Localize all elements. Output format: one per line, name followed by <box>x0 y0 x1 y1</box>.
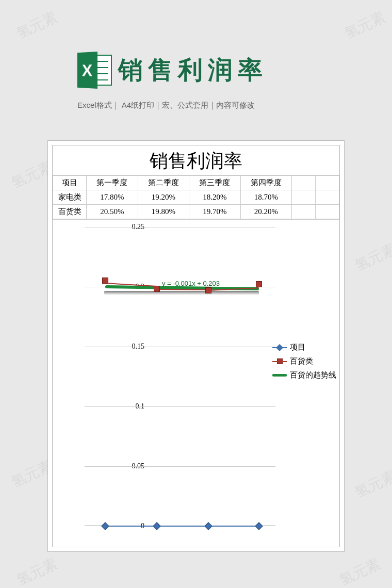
legend-label: 百货的趋势线 <box>290 370 336 380</box>
empty-cell <box>316 176 339 190</box>
data-table: 项目 第一季度 第二季度 第三季度 第四季度 家电类 17.80% 19.20%… <box>53 175 339 219</box>
page-subtitle: Excel格式｜ A4纸打印｜宏、公式套用｜内容可修改 <box>77 101 255 110</box>
col-header: 第一季度 <box>87 176 138 190</box>
series-line <box>105 526 259 527</box>
diamond-icon <box>276 344 283 351</box>
page-title: 销售利润率 <box>118 54 268 87</box>
legend-item: 项目 <box>272 342 336 352</box>
cell: 20.50% <box>87 205 138 219</box>
data-marker <box>255 522 263 530</box>
cell: 19.80% <box>138 205 189 219</box>
cell: 19.70% <box>189 205 241 219</box>
data-marker <box>154 286 160 292</box>
data-marker <box>153 522 161 530</box>
empty-cell <box>292 205 316 219</box>
table-row: 家电类 17.80% 19.20% 18.20% 18.70% <box>53 190 339 205</box>
watermark: 氢元素 <box>352 466 392 502</box>
cell: 17.80% <box>87 190 138 205</box>
plot-area: y = -0.001x + 0.203 <box>85 227 275 526</box>
data-marker <box>101 522 109 530</box>
data-marker <box>204 522 213 530</box>
col-header: 第四季度 <box>240 176 292 190</box>
legend-label: 百货类 <box>290 356 313 366</box>
data-marker <box>102 277 108 284</box>
watermark: 氢元素 <box>341 7 389 43</box>
table-row: 百货类 20.50% 19.80% 19.70% 20.20% <box>53 205 339 219</box>
watermark: 氢元素 <box>336 554 384 588</box>
empty-cell <box>292 176 316 190</box>
sheet-title: 销售利润率 <box>53 145 339 175</box>
page-header: X 销售利润率 <box>75 52 268 89</box>
legend-label: 项目 <box>290 342 305 352</box>
cell: 19.20% <box>138 190 189 205</box>
cell: 18.20% <box>189 190 241 205</box>
row-label: 家电类 <box>53 190 87 205</box>
watermark: 氢元素 <box>13 554 61 588</box>
watermark: 氢元素 <box>13 7 61 43</box>
watermark: 氢元素 <box>352 239 392 275</box>
chart-legend: 项目 百货类 百货的趋势线 <box>272 338 336 384</box>
cell: 18.70% <box>240 190 292 205</box>
data-marker <box>205 287 211 293</box>
col-header: 第三季度 <box>189 176 241 190</box>
chart: 0 0.05 0.1 0.15 0.2 0.25 <box>53 219 339 539</box>
legend-item: 百货的趋势线 <box>272 370 336 380</box>
trend-equation: y = -0.001x + 0.203 <box>162 280 220 287</box>
series-line <box>157 289 208 290</box>
legend-item: 百货类 <box>272 356 336 366</box>
line-icon <box>272 374 287 377</box>
excel-icon: X <box>75 52 112 89</box>
col-header: 第二季度 <box>138 176 189 190</box>
excel-icon-letter: X <box>77 52 97 89</box>
data-marker <box>256 281 262 287</box>
row-label: 百货类 <box>53 205 87 219</box>
series-shadow <box>104 291 259 295</box>
table-header-row: 项目 第一季度 第二季度 第三季度 第四季度 <box>53 176 339 190</box>
empty-cell <box>316 190 339 205</box>
col-header: 项目 <box>53 176 87 190</box>
spreadsheet-preview: 销售利润率 项目 第一季度 第二季度 第三季度 第四季度 家电类 17.80% … <box>47 140 345 552</box>
cell: 20.20% <box>240 205 292 219</box>
empty-cell <box>292 190 316 205</box>
empty-cell <box>316 205 339 219</box>
